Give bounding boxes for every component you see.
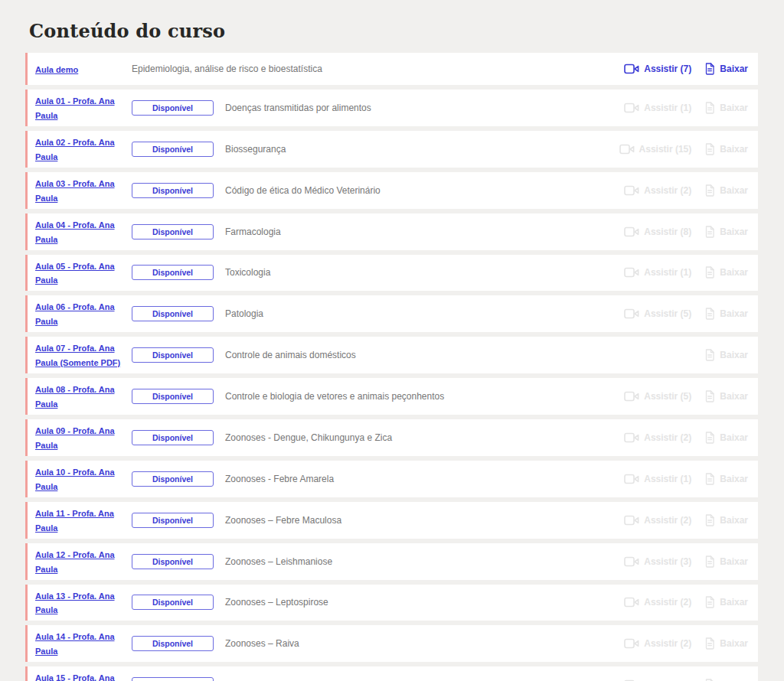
availability-badge: Disponível: [132, 265, 214, 280]
lesson-row: Aula 08 - Profa. Ana Paula Disponível Co…: [25, 378, 758, 415]
availability-badge-cell: Disponível: [132, 183, 225, 198]
lesson-link-cell: Aula 11 - Profa. Ana Paula: [35, 506, 132, 535]
lesson-row: Aula 12 - Profa. Ana Paula Disponível Zo…: [25, 543, 758, 580]
lesson-actions: Assistir (7) Baixar: [624, 63, 748, 75]
document-icon: [704, 308, 715, 320]
document-icon: [704, 596, 715, 608]
lesson-link[interactable]: Aula 15 - Profa. Ana Paula: [35, 673, 115, 681]
video-camera-icon: [619, 144, 635, 155]
download-button: Baixar: [704, 432, 748, 444]
download-label: Baixar: [720, 515, 748, 526]
document-icon: [704, 556, 715, 568]
download-label: Baixar: [720, 64, 748, 74]
document-icon: [704, 266, 715, 279]
lesson-link[interactable]: Aula 07 - Profa. Ana Paula (Somente PDF): [35, 344, 120, 367]
availability-badge: Disponível: [132, 142, 214, 157]
lesson-link-cell: Aula 05 - Profa. Ana Paula: [35, 259, 132, 288]
lesson-link-cell: Aula 14 - Profa. Ana Paula: [35, 629, 132, 658]
download-button[interactable]: Baixar: [704, 63, 748, 75]
lesson-link[interactable]: Aula 13 - Profa. Ana Paula: [35, 591, 115, 615]
lesson-link[interactable]: Aula 04 - Profa. Ana Paula: [35, 220, 115, 244]
watch-button: Assistir (3): [624, 556, 691, 567]
lesson-row: Aula 04 - Profa. Ana Paula Disponível Fa…: [25, 213, 758, 250]
watch-button: Assistir (2): [624, 515, 691, 526]
download-label: Baixar: [720, 267, 748, 278]
availability-badge-cell: Disponível: [132, 636, 225, 651]
watch-label: Assistir (2): [644, 185, 691, 196]
download-label: Baixar: [720, 597, 748, 608]
availability-badge: Disponível: [132, 595, 214, 610]
lesson-actions: Assistir (1) Baixar: [624, 473, 748, 485]
watch-label: Assistir (2): [644, 432, 691, 443]
availability-badge-cell: Disponível: [132, 306, 225, 321]
lesson-link[interactable]: Aula 08 - Profa. Ana Paula: [35, 385, 115, 409]
lesson-row: Aula 05 - Profa. Ana Paula Disponível To…: [25, 255, 758, 292]
lesson-link[interactable]: Aula 02 - Profa. Ana Paula: [35, 138, 115, 161]
lesson-actions: Assistir (1) Baixar: [624, 266, 748, 279]
availability-badge-cell: Disponível: [132, 471, 225, 487]
watch-button: Assistir (2): [624, 432, 691, 443]
document-icon: [704, 637, 715, 650]
download-label: Baixar: [720, 226, 748, 237]
lesson-actions: Assistir (2) Baixar: [624, 596, 748, 608]
download-button: Baixar: [704, 266, 748, 279]
download-button: Baixar: [704, 308, 748, 320]
video-camera-icon: [624, 597, 639, 608]
availability-badge-cell: Disponível: [132, 224, 225, 239]
course-content-list: Aula demo Epidemiologia, análise de risc…: [25, 53, 758, 681]
lesson-row: Aula 07 - Profa. Ana Paula (Somente PDF)…: [25, 337, 758, 373]
document-icon: [704, 514, 715, 526]
lesson-row: Aula demo Epidemiologia, análise de risc…: [25, 53, 758, 85]
lesson-link[interactable]: Aula 12 - Profa. Ana Paula: [35, 550, 115, 574]
document-icon: [704, 349, 715, 361]
availability-badge: Disponível: [132, 306, 214, 321]
lesson-description: Epidemiologia, análise de risco e bioest…: [132, 64, 624, 74]
lesson-actions: Baixar: [704, 349, 748, 361]
download-label: Baixar: [720, 391, 748, 402]
watch-button: Assistir (2): [624, 638, 691, 649]
lesson-description: Biossegurança: [225, 144, 619, 155]
lesson-description: Zoonoses – Raiva: [225, 638, 624, 649]
document-icon: [704, 143, 715, 155]
lesson-description: Código de ética do Médico Veterinário: [225, 185, 624, 196]
availability-badge-cell: Disponível: [132, 677, 225, 681]
page-title: Conteúdo do curso: [29, 20, 784, 42]
download-label: Baixar: [720, 638, 748, 649]
lesson-actions: Assistir (8) Baixar: [624, 226, 748, 238]
lesson-link[interactable]: Aula demo: [35, 65, 78, 74]
lesson-link[interactable]: Aula 11 - Profa. Ana Paula: [35, 509, 114, 533]
lesson-link[interactable]: Aula 09 - Profa. Ana Paula: [35, 426, 115, 450]
document-icon: [704, 432, 715, 444]
watch-label: Assistir (2): [644, 515, 691, 526]
download-button: Baixar: [704, 102, 748, 114]
lesson-row: Aula 03 - Profa. Ana Paula Disponível Có…: [25, 172, 758, 209]
download-label: Baixar: [720, 432, 748, 443]
lesson-link[interactable]: Aula 10 - Profa. Ana Paula: [35, 468, 115, 491]
lesson-actions: Assistir (3) Baixar: [624, 556, 748, 568]
lesson-link-cell: Aula 02 - Profa. Ana Paula: [35, 135, 132, 164]
lesson-link[interactable]: Aula 06 - Profa. Ana Paula: [35, 302, 115, 326]
availability-badge-cell: Disponível: [132, 265, 225, 280]
document-icon: [704, 226, 715, 238]
video-camera-icon: [624, 556, 639, 567]
watch-label: Assistir (1): [644, 103, 691, 113]
lesson-actions: Assistir (1) Baixar: [624, 102, 748, 114]
download-label: Baixar: [720, 556, 748, 567]
watch-button: Assistir (1): [624, 474, 691, 484]
availability-badge: Disponível: [132, 100, 214, 116]
lesson-row: Aula 02 - Profa. Ana Paula Disponível Bi…: [25, 131, 758, 168]
download-button: Baixar: [704, 184, 748, 197]
lesson-link[interactable]: Aula 05 - Profa. Ana Paula: [35, 262, 115, 285]
watch-label: Assistir (8): [644, 226, 691, 237]
document-icon: [704, 184, 715, 197]
lesson-description: Zoonoses – Leptospirose: [225, 597, 624, 608]
lesson-row: Aula 13 - Profa. Ana Paula Disponível Zo…: [25, 585, 758, 621]
availability-badge-cell: Disponível: [132, 595, 225, 610]
lesson-description: Zoonoses – Febre Maculosa: [225, 515, 624, 526]
lesson-link-cell: Aula 03 - Profa. Ana Paula: [35, 176, 132, 205]
watch-button[interactable]: Assistir (7): [624, 64, 691, 74]
lesson-link[interactable]: Aula 14 - Profa. Ana Paula: [35, 632, 115, 656]
course-content-page: Conteúdo do curso Aula demo Epidemiologi…: [0, 0, 784, 681]
lesson-link[interactable]: Aula 03 - Profa. Ana Paula: [35, 179, 115, 203]
lesson-link[interactable]: Aula 01 - Profa. Ana Paula: [35, 96, 115, 120]
